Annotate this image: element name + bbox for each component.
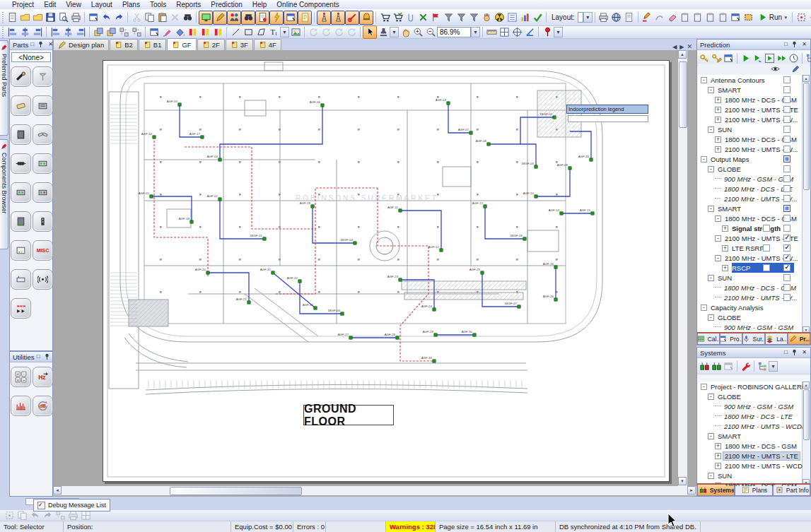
new-project-button[interactable] — [6, 11, 18, 23]
attach-file-button[interactable] — [404, 11, 416, 23]
tree-item-globe[interactable]: -GLOBE — [698, 164, 803, 174]
plan-tab-2f[interactable]: 2F — [197, 39, 225, 50]
tree-item-1800-mhz-dcs-lte[interactable]: 1800 MHz - DCS - LTE — [698, 184, 803, 194]
tree-item-2100-mhz-umts-w-[interactable]: 2100 MHz - UMTS - W... — [698, 194, 803, 203]
align-right-button[interactable] — [31, 26, 44, 38]
flip-h-button[interactable] — [332, 26, 345, 38]
dock-tab-cal-[interactable]: Cal... — [697, 333, 720, 345]
filter-components-button[interactable] — [442, 11, 455, 23]
ruler-button[interactable] — [485, 26, 498, 38]
tree-item-900-mhz-gsm-gsm[interactable]: 900 MHz - GSM - GSM — [698, 322, 803, 332]
menu-item-edit[interactable]: Edit — [39, 0, 61, 9]
expand-toggle-icon[interactable]: - — [708, 314, 714, 321]
site-tower-button[interactable] — [317, 11, 331, 25]
part-splitter-button[interactable] — [11, 182, 31, 203]
display-checkbox[interactable] — [783, 195, 790, 202]
parts-filter-select[interactable]: <None> — [11, 52, 51, 62]
run-with-options-button[interactable] — [752, 52, 764, 64]
horizontal-scroll-thumb[interactable] — [170, 487, 302, 495]
team-members-button[interactable] — [227, 11, 241, 25]
tree-item-1800-mhz-dcs-gsm[interactable]: -1800 MHz - DCS - GSM — [698, 213, 803, 223]
menu-item-project[interactable]: Project — [7, 0, 39, 9]
draw-polygon-button[interactable] — [255, 26, 267, 38]
display-checkbox[interactable] — [783, 96, 790, 103]
tree-item-sun[interactable]: -SUN — [698, 273, 803, 283]
close-icon[interactable]: ✕ — [47, 41, 54, 49]
restore-icon[interactable]: □ — [782, 41, 790, 49]
bring-front-button[interactable] — [92, 26, 105, 38]
tree-item-2100-mhz-umts-w-[interactable]: 2100 MHz - UMTS - W... — [698, 292, 803, 302]
toolbar-grip[interactable] — [2, 12, 4, 23]
flag-marker-button[interactable] — [429, 11, 442, 23]
tree-item-2100-mhz-umts-lte[interactable]: -2100 MHz - UMTS - LTE — [698, 233, 803, 243]
utility-calculator-button[interactable]: +-x÷ — [11, 367, 31, 387]
part-misc-parts-button[interactable]: MISC — [33, 240, 53, 261]
selection-bounds-button[interactable] — [795, 11, 807, 23]
scroll-up-icon[interactable]: ▲ — [803, 75, 810, 82]
delete-button[interactable] — [168, 11, 181, 23]
window-view-button[interactable] — [148, 26, 161, 38]
maintenance-tools-button[interactable] — [345, 11, 359, 25]
display-checkbox[interactable] — [783, 165, 790, 172]
prediction-history-button[interactable] — [788, 52, 800, 64]
tree-item-capacity-analysis[interactable]: -Capacity Analysis — [698, 302, 803, 312]
side-tab-components-browser[interactable]: Components Browser — [0, 139, 8, 249]
menu-item-help[interactable]: Help — [247, 0, 272, 9]
vertical-scrollbar[interactable]: ▲ ▼ — [678, 50, 687, 486]
expand-toggle-icon[interactable]: - — [715, 215, 721, 222]
tree-item-2100-mhz-umts-lte[interactable]: +2100 MHz - UMTS - LTE — [698, 451, 803, 461]
expand-toggle-icon[interactable]: - — [708, 275, 714, 281]
dropdown-arrow-icon[interactable]: ▼ — [583, 12, 593, 23]
dropdown-arrow-icon[interactable]: ▼ — [554, 27, 563, 37]
display-checkbox[interactable] — [783, 185, 790, 192]
tree-item-smart[interactable]: -SMART — [698, 85, 803, 95]
grid-view-button[interactable] — [498, 26, 510, 38]
page-setup-button[interactable] — [597, 11, 610, 23]
dropdown-arrow-icon[interactable]: ▼ — [471, 27, 480, 37]
tree-item-2100-mhz-umts-lte[interactable]: +2100 MHz - UMTS - LTE — [698, 105, 803, 114]
part-connectors-button[interactable] — [33, 124, 53, 145]
expand-toggle-icon[interactable]: + — [722, 225, 728, 232]
display-checkbox[interactable] — [783, 205, 790, 212]
style-bars-1-button[interactable] — [186, 26, 199, 38]
part-combiner-button[interactable] — [33, 182, 53, 203]
chart-view-button[interactable] — [518, 11, 531, 23]
survey-notes-button[interactable] — [298, 11, 312, 25]
parts-cart-button[interactable] — [378, 11, 391, 23]
utility-db-converter-button[interactable]: dB — [33, 396, 53, 416]
paste-button[interactable] — [156, 11, 168, 23]
draw-text-button[interactable]: Tt — [267, 26, 280, 38]
expand-toggle-icon[interactable]: + — [715, 117, 721, 123]
display-checkbox[interactable] — [783, 155, 790, 162]
expand-toggle-icon[interactable]: + — [715, 443, 721, 449]
properties-2-button[interactable] — [730, 11, 742, 23]
side-tab-preferred-parts[interactable]: Preferred Parts — [0, 40, 8, 136]
save-button[interactable] — [44, 11, 57, 23]
part-tower-unit-button[interactable] — [33, 211, 53, 232]
find-in-systems-button[interactable] — [740, 360, 752, 372]
tree-item-lte-rsrp[interactable]: +LTE RSRP — [698, 243, 803, 253]
annotate-minus-button[interactable] — [641, 11, 653, 23]
scroll-up-icon[interactable]: ▲ — [678, 50, 687, 59]
scroll-down-icon[interactable]: ▼ — [678, 477, 687, 485]
part-modem-button[interactable] — [11, 269, 31, 290]
open-project-button[interactable] — [18, 11, 31, 23]
scroll-right-icon[interactable]: ► — [687, 486, 696, 495]
expand-toggle-icon[interactable]: + — [715, 453, 721, 459]
copy-button[interactable] — [143, 11, 156, 23]
tab-scroll-left-icon[interactable]: ◀ — [672, 44, 677, 50]
vertical-scroll-thumb[interactable] — [679, 61, 687, 128]
run-all-floors-button[interactable] — [776, 52, 788, 64]
tree-item-1800-mhz-dcs-gsm[interactable]: +1800 MHz - DCS - GSM — [698, 134, 803, 144]
undo-button[interactable] — [100, 11, 112, 23]
display-checkbox[interactable] — [783, 126, 790, 133]
tree-item-1800-mhz-dcs-gsm[interactable]: 1800 MHz - DCS - GSM — [698, 283, 803, 292]
expand-toggle-icon[interactable]: - — [701, 77, 707, 83]
mirror-flip-button[interactable] — [807, 11, 811, 23]
align-middle-button[interactable] — [62, 26, 74, 38]
tree-item-signal-strength[interactable]: +Signal strength — [698, 223, 803, 233]
curve-select-button[interactable] — [653, 11, 666, 23]
restore-icon[interactable]: □ — [35, 353, 42, 361]
add-system-button[interactable] — [699, 360, 711, 372]
tree-item-smart[interactable]: -SMART — [698, 431, 803, 441]
